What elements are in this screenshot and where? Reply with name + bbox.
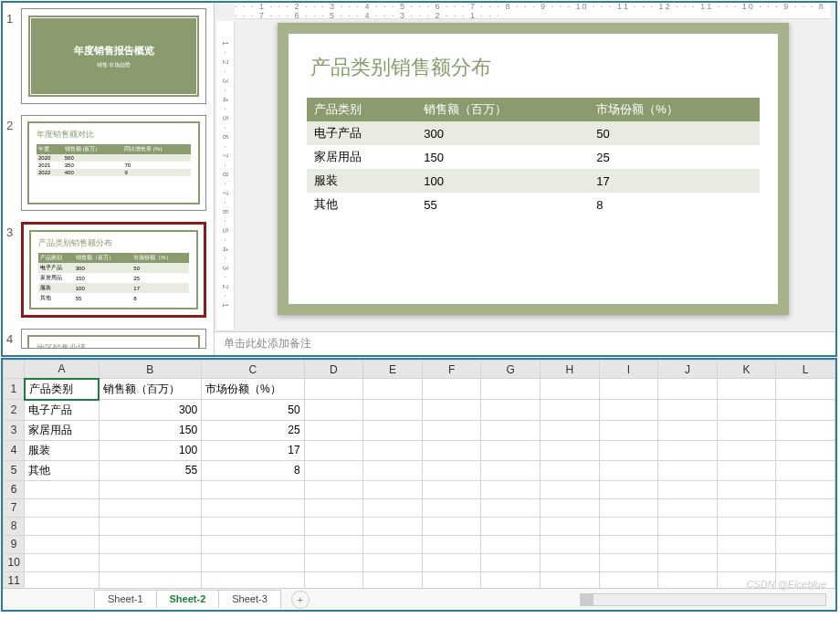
row-header[interactable]: 4 [4,440,25,460]
column-header[interactable]: C [202,361,305,379]
cell[interactable]: 25 [202,420,305,440]
cell[interactable] [776,517,835,535]
cell[interactable] [599,571,658,588]
add-sheet-button[interactable]: + [291,591,310,609]
cell[interactable] [422,420,481,440]
cell[interactable]: 150 [99,420,202,440]
cell[interactable]: 市场份额（%） [202,379,305,400]
cell[interactable] [658,400,718,421]
cell[interactable] [481,400,541,421]
cell[interactable]: 产品类别 [25,379,99,400]
cell[interactable] [658,535,718,553]
column-header[interactable]: I [599,361,658,379]
table-cell[interactable]: 17 [589,169,760,193]
cell[interactable] [599,440,658,460]
select-all-corner[interactable] [4,361,25,379]
cell[interactable]: 电子产品 [25,400,99,421]
cell[interactable] [776,553,835,571]
column-header[interactable]: L [776,361,835,379]
cell[interactable] [304,571,363,588]
cell[interactable] [363,440,423,460]
scrollbar-thumb[interactable] [581,594,593,605]
cell[interactable] [363,535,423,553]
cell[interactable] [422,535,481,553]
cell[interactable] [776,460,835,480]
cell[interactable] [363,480,423,498]
current-slide[interactable]: 产品类别销售额分布 产品类别 销售额（百万） 市场份额（%） 电子产品30050… [278,23,789,315]
column-header[interactable]: B [99,361,202,379]
column-header[interactable]: D [304,361,363,379]
cell[interactable] [717,379,776,400]
cell[interactable] [776,535,835,553]
cell[interactable] [540,440,599,460]
column-header[interactable]: G [481,361,541,379]
spreadsheet-grid[interactable]: ABCDEFGHIJKL 1产品类别销售额（百万）市场份额（%）2电子产品300… [3,360,835,588]
cell[interactable] [717,535,776,553]
cell[interactable] [363,517,423,535]
cell[interactable] [599,498,658,517]
cell[interactable] [422,480,481,498]
cell[interactable] [304,480,363,498]
slide-thumb-4[interactable]: 4 地区销售业绩 [3,323,214,354]
cell[interactable] [717,420,776,440]
cell[interactable] [422,460,481,480]
cell[interactable] [304,517,363,535]
cell[interactable] [658,460,718,480]
cell[interactable] [481,460,541,480]
cell[interactable]: 55 [99,460,202,480]
cell[interactable]: 服装 [25,440,99,460]
row-header[interactable]: 8 [4,517,25,535]
column-header[interactable]: E [363,361,423,379]
cell[interactable] [658,480,718,498]
table-cell[interactable]: 150 [416,145,589,169]
cell[interactable] [25,571,99,588]
cell[interactable] [776,379,835,400]
cell[interactable] [422,498,481,517]
cell[interactable] [202,498,305,517]
row-header[interactable]: 1 [4,379,25,400]
table-cell[interactable]: 8 [589,193,760,216]
cell[interactable] [202,480,305,498]
cell[interactable] [99,553,202,571]
cell[interactable] [481,535,541,553]
table-cell[interactable]: 电子产品 [307,121,416,145]
table-cell[interactable]: 50 [589,121,760,145]
table-cell[interactable]: 25 [589,145,760,169]
table-cell[interactable]: 其他 [307,193,416,216]
cell[interactable] [481,571,541,588]
table-cell[interactable]: 300 [416,121,589,145]
slide-title[interactable]: 产品类别销售额分布 [310,54,760,81]
cell[interactable] [540,553,599,571]
row-header[interactable]: 9 [4,535,25,553]
cell[interactable] [717,480,776,498]
cell[interactable] [363,553,423,571]
cell[interactable] [202,517,305,535]
cells-table[interactable]: ABCDEFGHIJKL 1产品类别销售额（百万）市场份额（%）2电子产品300… [3,360,835,588]
cell[interactable] [599,517,658,535]
cell[interactable] [540,571,599,588]
notes-pane[interactable]: 单击此处添加备注 [215,331,835,355]
cell[interactable] [658,498,718,517]
col-header[interactable]: 销售额（百万） [416,98,589,121]
cell[interactable] [25,517,99,535]
sheet-tab[interactable]: Sheet-1 [94,590,157,609]
cell[interactable] [304,460,363,480]
cell[interactable]: 50 [202,400,305,421]
cell[interactable]: 17 [202,440,305,460]
cell[interactable] [304,553,363,571]
cell[interactable]: 100 [99,440,202,460]
cell[interactable] [658,379,718,400]
cell[interactable] [776,400,835,421]
cell[interactable] [202,571,305,588]
cell[interactable] [599,460,658,480]
cell[interactable] [717,517,776,535]
cell[interactable] [481,517,541,535]
cell[interactable] [422,400,481,421]
slide-thumb-3[interactable]: 3 产品类别销售额分布 产品类别销售额（百万）市场份额（%） 电子产品30050… [3,216,214,323]
table-cell[interactable]: 服装 [307,169,416,193]
cell[interactable] [540,460,599,480]
cell[interactable] [776,480,835,498]
slide-thumbnail-panel[interactable]: 1 年度销售报告概览 销售·市场趋势 2 年度销售额对比 年度销售额 (百万)同… [3,3,215,355]
cell[interactable] [202,553,305,571]
slide-thumb-2[interactable]: 2 年度销售额对比 年度销售额 (百万)同比增长率 (%) 2020500 20… [3,110,214,216]
